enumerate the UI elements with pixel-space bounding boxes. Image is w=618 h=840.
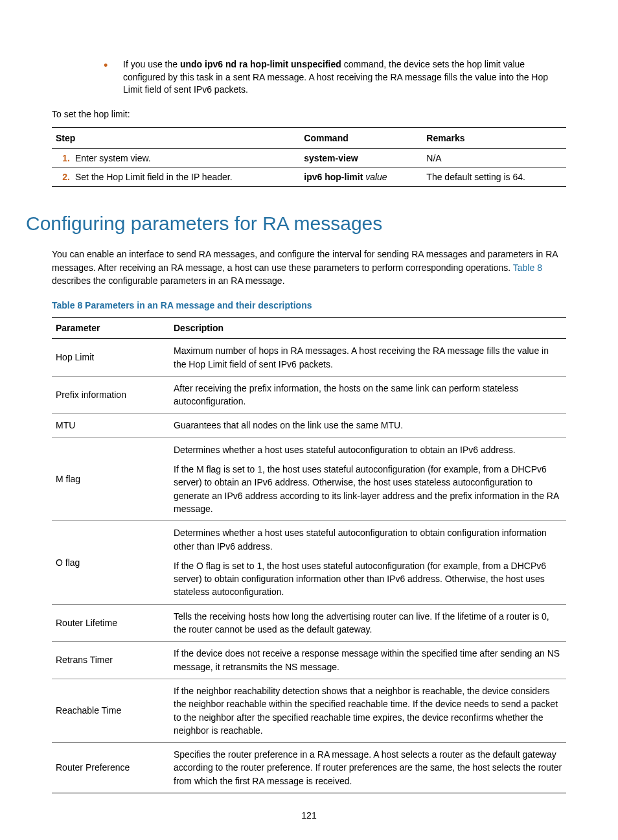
param-description: After receiving the prefix information, … [170,376,566,414]
table-row: MTUGuarantees that all nodes on the link… [52,414,566,438]
table-row: 2. Set the Hop Limit field in the IP hea… [52,168,566,187]
param-name: Retrans Timer [52,642,170,679]
desc-paragraph: After receiving the prefix information, … [174,382,562,408]
params-table: Parameter Description Hop LimitMaximum n… [52,317,566,793]
steps-header-command: Command [300,128,422,149]
table-row: Retrans TimerIf the device does not rece… [52,642,566,679]
desc-paragraph: Determines whether a host uses stateful … [174,526,562,553]
bullet-command: undo ipv6 nd ra hop-limit unspecified [180,59,341,69]
desc-paragraph: If the device does not receive a respons… [174,647,562,673]
param-description: Maximum number of hops in RA messages. A… [170,339,566,377]
param-name: Router Preference [52,743,170,793]
page: • If you use the undo ipv6 nd ra hop-lim… [0,0,618,840]
para-pre: You can enable an interface to send RA m… [52,249,558,272]
desc-paragraph: Maximum number of hops in RA messages. A… [174,344,562,371]
param-description: Tells the receiving hosts how long the a… [170,604,566,642]
desc-paragraph: If the M flag is set to 1, the host uses… [174,463,562,515]
table-row: 1. Enter system view. system-view N/A [52,149,566,168]
param-description: Determines whether a host uses stateful … [170,521,566,604]
param-name: MTU [52,414,170,438]
bullet-pre: If you use the [123,59,180,69]
param-name: Prefix information [52,376,170,414]
param-name: M flag [52,438,170,520]
param-name: Router Lifetime [52,604,170,642]
param-description: Determines whether a host uses stateful … [170,438,566,520]
bullet-list-item: • If you use the undo ipv6 nd ra hop-lim… [104,58,566,97]
table-row: Router LifetimeTells the receiving hosts… [52,604,566,642]
step-text: Enter system view. [75,153,151,163]
pre-steps-line: To set the hop limit: [52,108,566,121]
table-row: Router PreferenceSpecifies the router pr… [52,743,566,793]
step-index: 2. [56,172,70,182]
steps-header-step: Step [52,128,300,149]
desc-paragraph: If the O flag is set to 1, the host uses… [174,559,562,599]
desc-paragraph: Determines whether a host uses stateful … [174,443,562,456]
param-description: Guarantees that all nodes on the link us… [170,414,566,438]
steps-table: Step Command Remarks 1. Enter system vie… [52,127,566,187]
param-name: Reachable Time [52,679,170,742]
param-name: O flag [52,521,170,604]
params-header-parameter: Parameter [52,318,170,339]
steps-header-remarks: Remarks [422,128,566,149]
desc-paragraph: If the neighbor reachability detection s… [174,684,562,737]
table-caption: Table 8 Parameters in an RA message and … [52,300,566,310]
desc-paragraph: Specifies the router preference in a RA … [174,748,562,788]
step-cmd-bold: ipv6 hop-limit [304,172,365,182]
step-index: 1. [56,153,70,163]
param-description: If the device does not receive a respons… [170,642,566,679]
table-link[interactable]: Table 8 [513,262,542,273]
desc-paragraph: Guarantees that all nodes on the link us… [174,419,562,432]
params-header-description: Description [170,318,566,339]
step-cmd-arg: value [365,172,387,182]
section-heading: Configuring parameters for RA messages [26,213,566,235]
section-paragraph: You can enable an interface to send RA m… [52,248,566,287]
param-name: Hop Limit [52,339,170,377]
table-row: Reachable TimeIf the neighbor reachabili… [52,679,566,742]
table-row: M flagDetermines whether a host uses sta… [52,438,566,520]
step-cmd-bold: system-view [304,153,358,163]
table-row: Hop LimitMaximum number of hops in RA me… [52,339,566,377]
step-remarks: N/A [422,149,566,168]
param-description: Specifies the router preference in a RA … [170,743,566,793]
bullet-icon: • [104,58,123,97]
step-remarks: The default setting is 64. [422,168,566,187]
desc-paragraph: Tells the receiving hosts how long the a… [174,610,562,636]
step-text: Set the Hop Limit field in the IP header… [75,172,233,182]
table-row: O flagDetermines whether a host uses sta… [52,521,566,604]
table-row: Prefix informationAfter receiving the pr… [52,376,566,414]
bullet-text: If you use the undo ipv6 nd ra hop-limit… [123,58,566,97]
page-number: 121 [0,810,618,821]
para-post: describes the configurable parameters in… [52,275,285,286]
param-description: If the neighbor reachability detection s… [170,679,566,742]
